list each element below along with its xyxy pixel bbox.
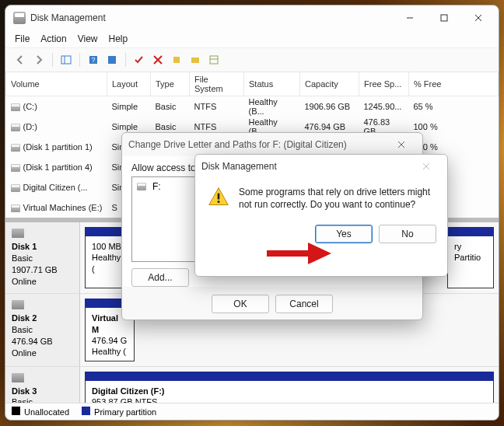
dialog2-close-icon[interactable] [411,156,441,176]
yes-button[interactable]: Yes [315,225,373,243]
col-type[interactable]: Type [151,72,190,96]
svg-rect-8 [108,56,116,64]
legend-unallocated: Unallocated [24,407,69,417]
primary-swatch [82,407,90,415]
svg-rect-12 [191,58,199,63]
list-item-label: F: [152,181,161,192]
titlebar: Disk Management [5,5,499,30]
dialog2-titlebar: Disk Management [195,155,447,178]
col-pctfree[interactable]: % Free [409,72,499,96]
confirm-dialog: Disk Management Some programs that rely … [194,154,448,277]
window-title: Disk Management [30,12,106,23]
legend-primary: Primary partition [94,407,156,417]
disk-meta: Disk 3Basic953.87 GBOnline [5,367,80,403]
back-icon[interactable] [12,51,29,68]
forward-icon[interactable] [30,51,47,68]
drive-icon [137,183,146,190]
legend: Unallocated Primary partition [5,403,499,420]
confirm-message: Some programs that rely on drive letters… [239,186,435,211]
svg-rect-1 [441,15,447,21]
cancel-button[interactable]: Cancel [275,295,333,313]
maximize-button[interactable] [427,6,461,30]
separator [79,53,80,67]
disk-partitions: Digital Citizen (F:)953.87 GB NTFSHealth… [80,367,499,403]
svg-rect-13 [210,56,218,64]
close-button[interactable] [461,6,495,30]
disk-icon [12,229,24,238]
toolbar: ? [5,47,499,72]
minimize-button[interactable] [393,6,427,30]
drive-icon [11,124,20,131]
menu-file[interactable]: File [15,33,30,44]
help-icon[interactable]: ? [85,51,102,68]
menubar: File Action View Help [5,30,499,47]
col-layout[interactable]: Layout [107,72,151,96]
svg-rect-21 [218,201,220,203]
window-controls [393,6,495,30]
new-icon[interactable] [168,51,185,68]
table-row[interactable]: (C:)SimpleBasicNTFSHealthy (B...1906.96 … [6,96,499,117]
dialog1-close-icon[interactable] [387,134,416,155]
col-status[interactable]: Status [244,72,300,96]
dialog1-title: Change Drive Letter and Paths for F: (Di… [128,139,347,150]
separator [125,53,126,67]
disk-icon [12,373,24,382]
separator [52,53,53,67]
add-button[interactable]: Add... [131,268,189,287]
svg-rect-20 [218,194,220,200]
drive-icon [11,103,20,111]
checkmark-icon[interactable] [131,51,148,68]
menu-action[interactable]: Action [40,33,66,44]
col-capacity[interactable]: Capacity [300,72,359,96]
dialog2-title: Disk Management [201,161,277,172]
disk-icon [12,300,24,309]
ok-button[interactable]: OK [212,295,269,313]
partition[interactable]: ry Partitio [447,227,494,288]
dialog1-titlebar: Change Drive Letter and Paths for F: (Di… [122,133,422,156]
drive-icon [11,164,20,172]
folder-icon[interactable] [187,51,204,68]
svg-rect-11 [173,57,180,63]
disk-meta: Disk 1Basic1907.71 GBOnline [5,222,80,293]
no-button[interactable]: No [379,225,436,243]
menu-view[interactable]: View [78,33,98,44]
col-free[interactable]: Free Sp... [359,72,409,96]
drive-icon [11,184,20,192]
show-hide-tree-icon[interactable] [58,51,75,68]
disk-meta: Disk 2Basic476.94 GBOnline [5,294,80,365]
properties-icon[interactable] [205,51,222,68]
partition[interactable]: Digital Citizen (F:)953.87 GB NTFSHealth… [85,372,494,403]
refresh-icon[interactable] [103,51,121,68]
menu-help[interactable]: Help [109,33,128,44]
disk-row[interactable]: Disk 3Basic953.87 GBOnlineDigital Citize… [5,367,499,403]
unallocated-swatch [12,407,20,415]
disk-management-icon [13,12,26,24]
drive-icon [11,144,20,152]
svg-text:?: ? [91,56,95,64]
col-fs[interactable]: File System [190,72,244,96]
svg-rect-4 [61,56,71,64]
warning-icon [208,186,229,208]
delete-icon[interactable] [149,51,166,68]
drive-icon [11,204,20,212]
col-volume[interactable]: Volume [6,72,107,96]
